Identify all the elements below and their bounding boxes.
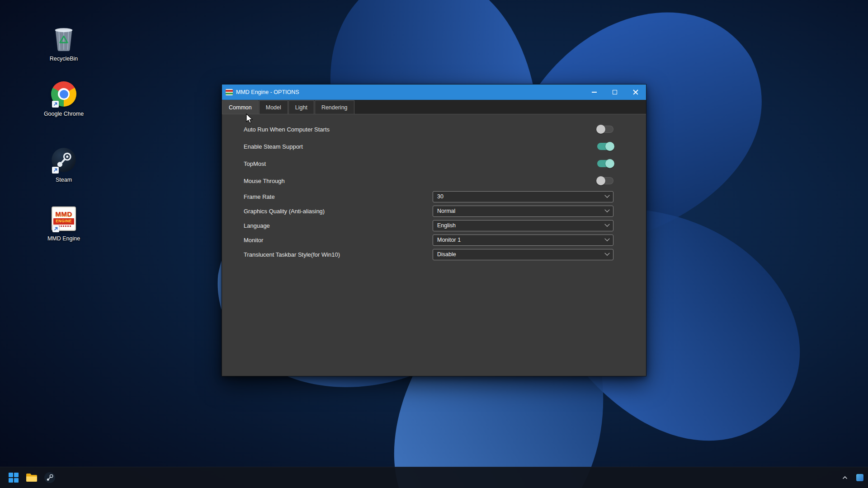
desktop-icon-mmd-engine[interactable]: MMD ENGINE MMD Engine xyxy=(39,204,89,242)
desktop-icon-label: Steam xyxy=(56,177,72,183)
setting-row: Mouse Through xyxy=(222,172,646,189)
setting-row: Language English xyxy=(222,218,646,233)
tab-model[interactable]: Model xyxy=(259,100,288,114)
file-explorer-icon xyxy=(26,473,38,483)
chrome-icon xyxy=(51,80,76,108)
select-value: Normal xyxy=(437,208,455,214)
start-icon xyxy=(9,473,19,483)
window-title: MMD Engine - OPTIONS xyxy=(236,89,584,95)
taskbar xyxy=(0,467,868,488)
maximize-icon xyxy=(613,90,617,94)
maximize-button[interactable] xyxy=(604,84,625,100)
select-translucent-taskbar-style[interactable]: Disable xyxy=(433,249,613,260)
options-window: MMD Engine - OPTIONS Common Model Light … xyxy=(222,84,646,376)
titlebar[interactable]: MMD Engine - OPTIONS xyxy=(222,84,646,100)
mmd-logo-banner: ENGINE xyxy=(53,218,74,224)
setting-label: Language xyxy=(244,222,270,229)
select-graphics-quality[interactable]: Normal xyxy=(433,206,613,217)
tray-chevron-button[interactable] xyxy=(839,471,851,484)
recycle-bin-icon xyxy=(52,24,76,53)
window-app-icon xyxy=(226,89,233,95)
desktop-icon-chrome[interactable]: Google Chrome xyxy=(39,80,89,117)
settings-panel: Auto Run When Computer Starts Enable Ste… xyxy=(222,114,646,376)
chevron-down-icon xyxy=(604,193,609,198)
tab-rendering[interactable]: Rendering xyxy=(315,100,354,114)
toggle-knob xyxy=(596,176,605,185)
tab-bar: Common Model Light Rendering xyxy=(222,100,646,114)
toggle-auto-run[interactable] xyxy=(597,126,613,133)
select-value: Monitor 1 xyxy=(437,237,461,243)
setting-row: Enable Steam Support xyxy=(222,138,646,155)
desktop-icon-label: Google Chrome xyxy=(44,111,84,117)
file-explorer-button[interactable] xyxy=(23,469,41,487)
setting-label: Monitor xyxy=(244,237,263,244)
steam-taskbar-icon xyxy=(44,472,56,483)
desktop-icon-label: MMD Engine xyxy=(47,235,80,242)
mmd-logo-text: MMD xyxy=(55,211,72,217)
close-icon xyxy=(633,89,638,95)
select-value: English xyxy=(437,222,456,229)
setting-row: Translucent Taskbar Style(for Win10) Dis… xyxy=(222,247,646,262)
setting-row: Frame Rate 30 xyxy=(222,189,646,204)
setting-label: TopMost xyxy=(244,160,266,167)
tab-light[interactable]: Light xyxy=(288,100,314,114)
setting-row: Monitor Monitor 1 xyxy=(222,233,646,247)
select-monitor[interactable]: Monitor 1 xyxy=(433,235,613,246)
setting-row: TopMost xyxy=(222,155,646,172)
steam-taskbar-button[interactable] xyxy=(41,469,59,487)
chevron-down-icon xyxy=(604,236,609,241)
steam-icon xyxy=(51,145,76,174)
toggle-knob xyxy=(605,142,614,151)
toggle-mouse-through[interactable] xyxy=(597,177,613,184)
setting-label: Auto Run When Computer Starts xyxy=(244,126,330,133)
desktop-icon-steam[interactable]: Steam xyxy=(39,145,89,183)
desktop-icon-label: RecycleBin xyxy=(50,56,78,62)
toggle-steam-support[interactable] xyxy=(597,143,613,150)
setting-label: Enable Steam Support xyxy=(244,143,303,150)
mmd-engine-icon: MMD ENGINE xyxy=(52,204,76,233)
minimize-button[interactable] xyxy=(584,84,604,100)
minimize-icon xyxy=(592,92,597,93)
chevron-up-icon xyxy=(842,476,848,479)
desktop-icon-recyclebin[interactable]: RecycleBin xyxy=(39,24,89,62)
desktop: RecycleBin Google Chrome xyxy=(0,0,868,488)
close-button[interactable] xyxy=(625,84,646,100)
setting-row: Graphics Quality (Anti-aliasing) Normal xyxy=(222,204,646,218)
shortcut-arrow-icon xyxy=(52,167,59,174)
setting-label: Graphics Quality (Anti-aliasing) xyxy=(244,208,325,215)
start-button[interactable] xyxy=(5,469,23,487)
select-value: 30 xyxy=(437,193,443,200)
chevron-down-icon xyxy=(604,251,609,256)
toggle-knob xyxy=(596,125,605,134)
setting-label: Frame Rate xyxy=(244,193,275,200)
setting-label: Mouse Through xyxy=(244,178,285,184)
setting-row: Auto Run When Computer Starts xyxy=(222,121,646,138)
toggle-knob xyxy=(605,159,614,168)
select-language[interactable]: English xyxy=(433,220,613,231)
shortcut-arrow-icon xyxy=(52,101,59,108)
shortcut-arrow-icon xyxy=(52,225,59,232)
select-frame-rate[interactable]: 30 xyxy=(433,191,613,202)
select-value: Disable xyxy=(437,251,456,258)
setting-label: Translucent Taskbar Style(for Win10) xyxy=(244,251,340,258)
tray-app-icon[interactable] xyxy=(856,474,863,481)
tab-common[interactable]: Common xyxy=(222,100,259,114)
chevron-down-icon xyxy=(604,207,609,212)
toggle-topmost[interactable] xyxy=(597,160,613,167)
chevron-down-icon xyxy=(604,222,609,227)
